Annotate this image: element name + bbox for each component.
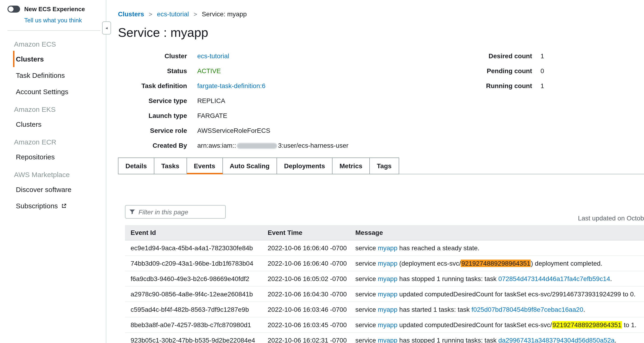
detail-value: AWSServiceRoleForECS [197,126,270,135]
detail-row-pending-count: Pending count0 [481,66,544,75]
table-row: ec9e1d94-9aca-45b4-a4a1-7823030fe84b2022… [125,240,644,256]
message-link[interactable]: myapp [378,321,397,329]
sidebar-item-account-settings[interactable]: Account Settings [16,83,106,100]
detail-label: Status [118,66,187,75]
message-link[interactable]: myapp [378,260,397,267]
detail-label: Desired count [481,51,532,61]
sidebar-collapse-button[interactable]: ◂ [102,21,111,34]
sidebar: New ECS Experience Tell us what you thin… [0,0,106,343]
table-header-row: Event IdEvent TimeMessage [125,225,644,240]
event-time-cell: 2022-10-06 16:03:45 -0700 [262,317,350,333]
message-link[interactable]: 072854d473144d46a17fa4c7efb59c14 [498,275,610,282]
sidebar-section-amazon-ecs: Amazon ECS [0,34,106,51]
detail-value: fargate-task-definition:6 [197,81,266,90]
event-message-cell: service myapp has stopped 1 running task… [350,271,644,286]
event-time-cell: 2022-10-06 16:03:46 -0700 [262,302,350,317]
breadcrumb-link-clusters[interactable]: Clusters [118,10,144,18]
sidebar-item-label: Clusters [16,55,44,63]
event-message-cell: service myapp has started 1 tasks: task … [350,302,644,317]
page-title: Service : myapp [118,26,644,40]
search-highlight-active: 9219274889298964351 [461,260,531,267]
sidebar-item-subscriptions[interactable]: Subscriptions [16,198,106,214]
column-header-event-time[interactable]: Event Time [262,225,350,240]
event-id-cell: c595ad4c-bf4f-482b-8563-7df9c1287e9b [125,302,262,317]
detail-label: Task definition [118,81,187,90]
event-message-cell: service myapp updated computedDesiredCou… [350,286,644,302]
filter-input[interactable] [125,205,226,219]
sidebar-item-label: Clusters [16,120,42,128]
event-id-cell: a2978c90-0856-4a8e-9f4c-12eae260841b [125,286,262,302]
detail-value-link[interactable]: ecs-tutorial [197,52,229,60]
last-updated-text: Last updated on Octob [578,214,644,222]
message-link[interactable]: myapp [378,275,397,282]
sidebar-item-clusters[interactable]: Clusters [16,116,106,132]
detail-label: Launch type [118,111,187,120]
event-message-cell: service myapp updated computedDesiredCou… [350,317,644,333]
main-content: Clusters>ecs-tutorial>Service: myapp Ser… [107,0,644,343]
event-id-cell: f6a9cdb3-9460-49e3-b2c6-98669e40fdf2 [125,271,262,286]
detail-value: 1 [540,81,544,90]
breadcrumb: Clusters>ecs-tutorial>Service: myapp [118,10,644,18]
feedback-link[interactable]: Tell us what you think [24,17,82,24]
breadcrumb-link-ecs-tutorial[interactable]: ecs-tutorial [157,10,189,18]
message-link[interactable]: myapp [378,306,397,313]
filter-container [125,205,226,219]
sidebar-item-label: Discover software [16,185,71,193]
message-link[interactable]: da29967431a3483794304d56d850a52a [498,337,614,343]
event-id-cell: 8beb3a8f-a0e7-4257-983b-c7fc870980d1 [125,317,262,333]
breadcrumb-current: Service: myapp [202,10,247,18]
tab-deployments[interactable]: Deployments [277,158,332,174]
detail-value: REPLICA [197,96,225,105]
sidebar-section-amazon-eks: Amazon EKS [0,100,106,116]
chevron-left-icon: ◂ [106,26,108,30]
tab-auto-scaling[interactable]: Auto Scaling [223,158,277,174]
sidebar-nav: Amazon ECSClustersTask DefinitionsAccoun… [0,31,106,214]
detail-row-status: StatusACTIVE [118,66,644,75]
event-time-cell: 2022-10-06 16:02:31 -0700 [262,333,350,343]
tab-bar: DetailsTasksEventsAuto ScalingDeployment… [118,158,644,174]
message-link[interactable]: myapp [378,337,397,343]
redacted-account-id [237,143,277,149]
detail-value: ecs-tutorial [197,51,229,61]
message-link[interactable]: f025d07bd780454b9f8e7cebac16aa20 [472,306,584,313]
table-row: 923b05c1-30b2-47bb-b535-9d2be22084e42022… [125,333,644,343]
sidebar-item-repositories[interactable]: Repositories [16,149,106,165]
details-right: Desired count1Pending count0Running coun… [481,51,544,96]
sidebar-item-discover-software[interactable]: Discover software [16,181,106,198]
sidebar-item-clusters[interactable]: Clusters [13,51,106,67]
sidebar-section-aws-marketplace: AWS Marketplace [0,165,106,181]
message-link[interactable]: myapp [378,290,397,298]
message-link[interactable]: myapp [378,244,397,252]
event-id-cell: 923b05c1-30b2-47bb-b535-9d2be22084e4 [125,333,262,343]
tab-tags[interactable]: Tags [370,158,399,174]
breadcrumb-separator: > [194,10,197,17]
detail-value: 0 [540,66,544,75]
tab-tasks[interactable]: Tasks [154,158,187,174]
details-left: Clusterecs-tutorialStatusACTIVETask defi… [118,51,644,150]
table-row: 8beb3a8f-a0e7-4257-983b-c7fc870980d12022… [125,317,644,333]
detail-label: Created By [118,141,187,150]
detail-value-link[interactable]: fargate-task-definition:6 [197,82,266,89]
sidebar-item-label: Repositories [16,153,55,161]
new-experience-label: New ECS Experience [24,5,85,12]
detail-value: FARGATE [197,111,227,120]
sidebar-header: New ECS Experience Tell us what you thin… [8,5,100,31]
service-details: Clusterecs-tutorialStatusACTIVETask defi… [118,51,644,150]
detail-row-service-type: Service typeREPLICA [118,96,644,105]
detail-row-cluster: Clusterecs-tutorial [118,51,644,61]
column-header-event-id[interactable]: Event Id [125,225,262,240]
table-row: c595ad4c-bf4f-482b-8563-7df9c1287e9b2022… [125,302,644,317]
detail-value: arn:aws:iam::3:user/ecs-harness-user [197,141,348,150]
search-highlight-match: 9219274889298964351 [552,321,622,329]
tab-metrics[interactable]: Metrics [332,158,370,174]
detail-label: Cluster [118,51,187,61]
detail-row-task-definition: Task definitionfargate-task-definition:6 [118,81,644,90]
table-row: a2978c90-0856-4a8e-9f4c-12eae260841b2022… [125,286,644,302]
tab-details[interactable]: Details [118,158,154,174]
new-experience-toggle[interactable] [8,5,20,12]
detail-label: Service role [118,126,187,135]
column-header-message[interactable]: Message [350,225,644,240]
event-message-cell: service myapp (deployment ecs-svc/921927… [350,256,644,271]
tab-events[interactable]: Events [187,158,223,174]
sidebar-item-task-definitions[interactable]: Task Definitions [16,67,106,83]
